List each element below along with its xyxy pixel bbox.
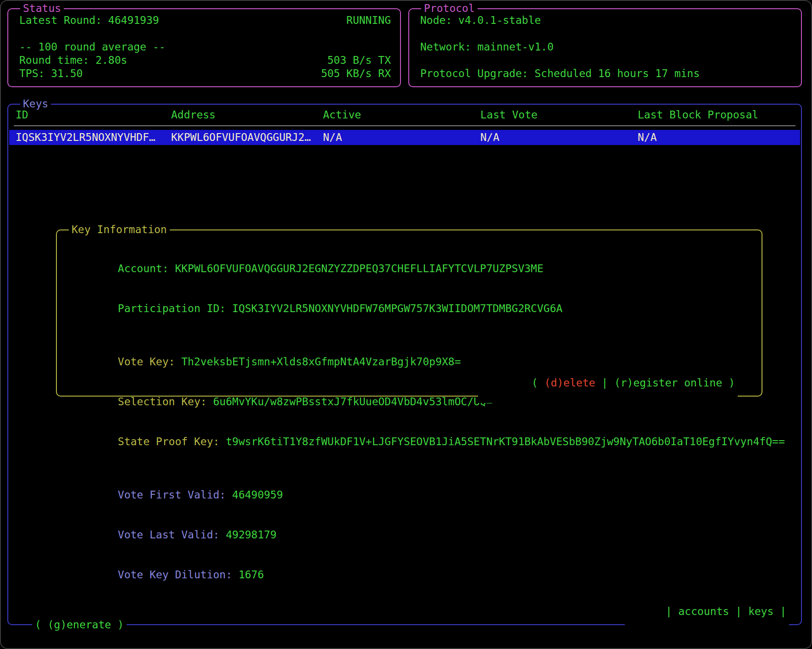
- column-header-active: Active: [323, 108, 480, 122]
- column-header-last-vote: Last Vote: [480, 108, 638, 122]
- state-proof-key-label: State Proof Key:: [118, 436, 226, 448]
- vote-first-valid-label: Vote First Valid:: [118, 489, 232, 501]
- key-information-panel: Key Information Account: KKPWL6OFVUFOAVQ…: [56, 229, 762, 397]
- account-label: Account:: [118, 263, 175, 274]
- terminal-window: Status Latest Round: 46491939 RUNNING --…: [0, 0, 812, 649]
- vote-key-dilution-line: Vote Key Dilution: 1676: [67, 555, 762, 595]
- nav-separator-pipe: |: [729, 605, 748, 617]
- round-average-header: -- 100 round average --: [19, 40, 391, 54]
- tx-rate-text: 503 B/s TX: [328, 54, 391, 67]
- cell-address: KKPWL6OFVUFOAVQGGURJ2…: [171, 131, 323, 144]
- protocol-panel: Protocol Node: v4.0.1-stable Network: ma…: [408, 8, 802, 87]
- state-proof-key-line: State Proof Key: t9wsrK6tiT1Y8zfWUkDF1V+…: [67, 422, 762, 462]
- actions-close-paren: ): [722, 377, 735, 389]
- latest-round-text: Latest Round: 46491939: [19, 14, 159, 27]
- state-proof-key-value: t9wsrK6tiT1Y8zfWUkDF1V+LJGFYSEOVB1JiA5SE…: [226, 436, 785, 448]
- protocol-upgrade-text: Protocol Upgrade: Scheduled 16 hours 17 …: [420, 67, 792, 80]
- key-information-title: Key Information: [69, 223, 170, 236]
- vote-first-valid-line: Vote First Valid: 46490959: [67, 475, 762, 515]
- cell-id: IQSK3IYV2LR5NOXNYVHDF…: [16, 131, 171, 144]
- vote-key-dilution-label: Vote Key Dilution:: [118, 569, 239, 581]
- vote-last-valid-value: 49298179: [226, 529, 277, 541]
- vote-last-valid-line: Vote Last Valid: 49298179: [67, 515, 762, 555]
- vote-first-valid-value: 46490959: [232, 489, 283, 501]
- generate-hotkey[interactable]: ( (g)enerate ): [32, 618, 127, 632]
- running-status-badge: RUNNING: [346, 14, 391, 27]
- cell-active: N/A: [323, 131, 480, 144]
- nav-open-pipe: |: [666, 605, 679, 617]
- node-version-text: Node: v4.0.1-stable: [420, 14, 792, 27]
- column-header-last-block-proposal: Last Block Proposal: [638, 108, 794, 122]
- column-header-address: Address: [171, 108, 323, 122]
- tps-text: TPS: 31.50: [19, 67, 83, 80]
- nav-bar: | accounts | keys |: [625, 592, 789, 632]
- keys-panel-title: Keys: [20, 97, 51, 111]
- vote-key-value: Th2veksbETjsmn+Xlds8xGfmpNtA4VzarBgjk70p…: [181, 356, 461, 368]
- table-header-separator: [14, 125, 795, 126]
- selection-key-value: 6u6MvYKu/w8zwPBsstxJ7fkUueOD4VbD4v53lmOC…: [213, 396, 493, 408]
- tab-accounts[interactable]: accounts: [679, 605, 729, 617]
- selection-key-label: Selection Key:: [118, 396, 213, 408]
- actions-separator: |: [595, 377, 614, 389]
- nav-close-pipe: |: [773, 605, 786, 617]
- key-actions-bar: ( (d)elete | (r)egister online ): [478, 363, 738, 403]
- round-time-text: Round time: 2.80s: [19, 54, 127, 67]
- register-online-hotkey[interactable]: (r)egister online: [614, 377, 722, 389]
- vote-key-dilution-value: 1676: [239, 569, 264, 581]
- account-value: KKPWL6OFVUFOAVQGGURJ2EGNZYZZDPEQ37CHEFLL…: [175, 263, 543, 274]
- cell-last-block-proposal: N/A: [638, 131, 794, 144]
- cell-last-vote: N/A: [480, 131, 638, 144]
- participation-id-line: Participation ID: IQSK3IYV2LR5NOXNYVHDFW…: [67, 289, 762, 329]
- top-panels: Status Latest Round: 46491939 RUNNING --…: [7, 8, 802, 87]
- keys-table-header: ID Address Active Last Vote Last Block P…: [8, 105, 801, 122]
- keys-panel: Keys ID Address Active Last Vote Last Bl…: [7, 104, 802, 625]
- participation-id-label: Participation ID:: [118, 302, 232, 314]
- account-line: Account: KKPWL6OFVUFOAVQGGURJ2EGNZYZZDPE…: [67, 249, 762, 289]
- status-panel: Status Latest Round: 46491939 RUNNING --…: [7, 8, 401, 87]
- delete-hotkey[interactable]: (d)elete: [545, 377, 595, 389]
- participation-id-value: IQSK3IYV2LR5NOXNYVHDFW76MPGW757K3WIIDOM7…: [232, 302, 562, 314]
- tab-keys[interactable]: keys: [748, 605, 773, 617]
- vote-key-label: Vote Key:: [118, 356, 181, 368]
- protocol-panel-title: Protocol: [421, 2, 478, 15]
- table-row[interactable]: IQSK3IYV2LR5NOXNYVHDF… KKPWL6OFVUFOAVQGG…: [9, 130, 800, 145]
- actions-open-paren: (: [532, 377, 545, 389]
- rx-rate-text: 505 KB/s RX: [321, 67, 391, 80]
- network-text: Network: mainnet-v1.0: [420, 40, 792, 54]
- vote-last-valid-label: Vote Last Valid:: [118, 529, 226, 541]
- status-panel-title: Status: [20, 2, 64, 15]
